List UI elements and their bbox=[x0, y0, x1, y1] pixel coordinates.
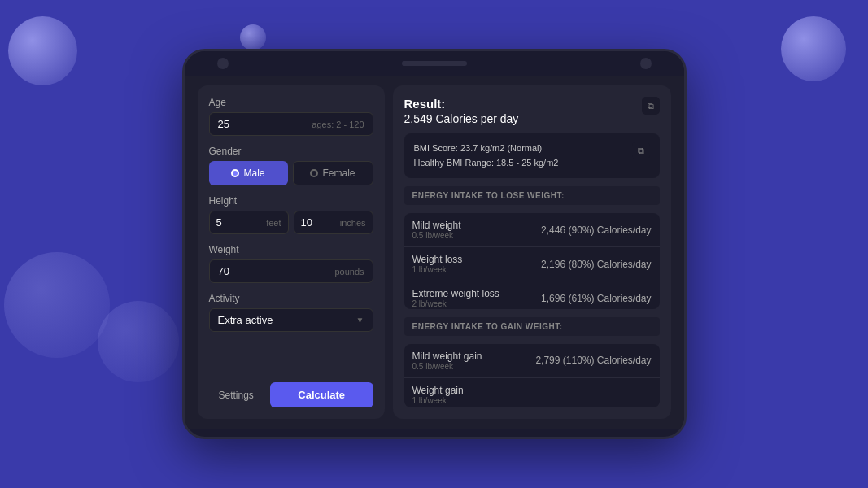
inches-input[interactable]: 10 inches bbox=[294, 211, 373, 234]
copy-bmi-button[interactable]: ⧉ bbox=[632, 142, 650, 159]
left-panel: Age 25 ages: 2 - 120 Gender Male Female bbox=[198, 85, 385, 419]
chevron-down-icon: ▼ bbox=[356, 316, 364, 325]
lose-row-3: Extreme weight loss 2 lb/week 1,696 (61%… bbox=[404, 281, 660, 309]
feet-value: 5 bbox=[216, 216, 222, 229]
lose-label-2: Weight loss 1 lb/week bbox=[412, 254, 463, 274]
feet-unit: feet bbox=[266, 218, 281, 228]
tablet-frame: Age 25 ages: 2 - 120 Gender Male Female bbox=[182, 49, 687, 439]
gender-row: Male Female bbox=[209, 161, 373, 185]
lose-weight-header: ENERGY INTAKE TO LOSE WEIGHT: bbox=[404, 186, 660, 205]
female-radio-circle bbox=[310, 169, 318, 177]
weight-value: 70 bbox=[218, 265, 229, 277]
gain-weight-group: Mild weight gain 0.5 lb/week 2,799 (110%… bbox=[404, 344, 660, 407]
activity-select[interactable]: Extra active ▼ bbox=[209, 308, 373, 332]
age-group: Age 25 ages: 2 - 120 bbox=[209, 97, 373, 136]
result-title: Result: bbox=[404, 97, 519, 111]
age-value: 25 bbox=[218, 118, 229, 130]
bmi-range: Healthy BMI Range: 18.5 - 25 kg/m2 bbox=[414, 156, 559, 171]
lose-label-3: Extreme weight loss 2 lb/week bbox=[412, 288, 499, 308]
bg-bubble-2 bbox=[240, 24, 266, 50]
lose-weight-group: Mild weight 0.5 lb/week 2,446 (90%) Calo… bbox=[404, 213, 660, 309]
bottom-buttons: Settings Calculate bbox=[209, 382, 373, 407]
feet-input[interactable]: 5 feet bbox=[209, 211, 289, 234]
camera-right bbox=[640, 58, 652, 69]
inches-value: 10 bbox=[301, 216, 312, 229]
copy-result-button[interactable]: ⧉ bbox=[642, 97, 660, 115]
female-label: Female bbox=[322, 168, 355, 179]
male-radio-dot bbox=[231, 169, 239, 177]
age-hint: ages: 2 - 120 bbox=[312, 120, 364, 129]
activity-group: Activity Extra active ▼ bbox=[209, 293, 373, 332]
bmi-score: BMI Score: 23.7 kg/m2 (Normal) bbox=[414, 142, 559, 156]
inches-unit: inches bbox=[340, 218, 366, 228]
gain-label-2: Weight gain 1 lb/week bbox=[412, 385, 464, 405]
age-label: Age bbox=[209, 97, 373, 108]
male-button[interactable]: Male bbox=[209, 161, 288, 185]
gender-label: Gender bbox=[209, 146, 373, 157]
bg-bubble-5 bbox=[98, 301, 179, 382]
gain-weight-header: ENERGY INTAKE TO GAIN WEIGHT: bbox=[404, 317, 660, 336]
weight-unit: pounds bbox=[334, 267, 364, 277]
gain-row-2: Weight gain 1 lb/week bbox=[404, 378, 660, 407]
height-label: Height bbox=[209, 195, 373, 207]
weight-label: Weight bbox=[209, 244, 373, 255]
gain-label-1: Mild weight gain 0.5 lb/week bbox=[412, 351, 482, 371]
age-input-display[interactable]: 25 ages: 2 - 120 bbox=[209, 112, 373, 136]
height-row: 5 feet 10 inches bbox=[209, 211, 373, 234]
right-panel: Result: 2,549 Calories per day ⧉ BMI Sco… bbox=[393, 85, 671, 419]
tablet-content: Age 25 ages: 2 - 120 Gender Male Female bbox=[185, 76, 684, 429]
lose-label-1: Mild weight 0.5 lb/week bbox=[412, 220, 461, 240]
bg-bubble-3 bbox=[781, 16, 846, 81]
weight-input-display[interactable]: 70 pounds bbox=[209, 259, 373, 283]
lose-row-2: Weight loss 1 lb/week 2,196 (80%) Calori… bbox=[404, 247, 660, 281]
gender-group: Gender Male Female bbox=[209, 146, 373, 185]
bg-bubble-4 bbox=[4, 252, 110, 358]
activity-value: Extra active bbox=[218, 314, 273, 326]
height-group: Height 5 feet 10 inches bbox=[209, 195, 373, 234]
weight-group: Weight 70 pounds bbox=[209, 244, 373, 283]
result-text-block: Result: 2,549 Calories per day bbox=[404, 97, 519, 125]
activity-label: Activity bbox=[209, 293, 373, 304]
tablet-top-bar bbox=[185, 51, 684, 76]
calculate-button[interactable]: Calculate bbox=[270, 382, 373, 407]
result-header: Result: 2,549 Calories per day ⧉ bbox=[404, 97, 660, 125]
male-label: Male bbox=[243, 168, 264, 179]
female-button[interactable]: Female bbox=[293, 161, 373, 185]
bg-bubble-1 bbox=[8, 16, 77, 85]
result-calories: 2,549 Calories per day bbox=[404, 112, 519, 125]
gain-row-1: Mild weight gain 0.5 lb/week 2,799 (110%… bbox=[404, 344, 660, 378]
camera-left bbox=[217, 58, 229, 69]
lose-row-1: Mild weight 0.5 lb/week 2,446 (90%) Calo… bbox=[404, 213, 660, 247]
speaker bbox=[402, 61, 467, 66]
bmi-card: BMI Score: 23.7 kg/m2 (Normal) Healthy B… bbox=[404, 133, 660, 178]
bmi-text-block: BMI Score: 23.7 kg/m2 (Normal) Healthy B… bbox=[414, 142, 559, 170]
settings-button[interactable]: Settings bbox=[209, 385, 264, 406]
